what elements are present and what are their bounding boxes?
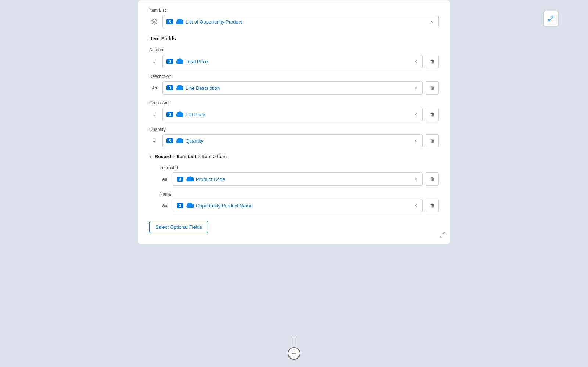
quantity-input[interactable]: 3 Quantity × xyxy=(162,134,423,147)
breadcrumb-section: ▾ Record > Item List > Item > Item xyxy=(149,153,439,159)
description-clear-button[interactable]: × xyxy=(413,85,419,90)
internal-id-row: Aa 3 Product Code × xyxy=(159,172,439,186)
gross-amt-clear-button[interactable]: × xyxy=(413,112,419,117)
amount-value: Total Price xyxy=(186,59,413,64)
amount-type-icon: # xyxy=(149,59,159,64)
name-row: Aa 3 Opportunity Product Name × xyxy=(159,199,439,212)
plus-icon: + xyxy=(292,349,297,357)
description-row: Aa 3 Line Description × xyxy=(149,81,439,95)
quantity-row: # 3 Quantity × xyxy=(149,134,439,147)
connector-line xyxy=(294,338,294,347)
item-list-input[interactable]: 3 List of Opportunity Product × xyxy=(162,15,439,28)
internal-id-clear-button[interactable]: × xyxy=(413,177,419,182)
quantity-badge: 3 xyxy=(166,138,173,143)
item-list-section: Item List 3 List of Op xyxy=(149,8,439,28)
gross-amt-cloud-icon xyxy=(175,111,183,117)
name-delete-button[interactable] xyxy=(426,199,439,212)
internal-id-delete-button[interactable] xyxy=(426,172,439,186)
quantity-value: Quantity xyxy=(186,138,413,144)
item-list-label: Item List xyxy=(149,8,439,13)
quantity-clear-button[interactable]: × xyxy=(413,138,419,143)
quantity-delete-button[interactable] xyxy=(426,134,439,147)
description-value: Line Description xyxy=(186,85,413,91)
amount-delete-button[interactable] xyxy=(426,55,439,68)
amount-clear-button[interactable]: × xyxy=(413,59,419,64)
quantity-section: Quantity # 3 Quantity × xyxy=(149,127,439,147)
amount-section: Amount # 3 Total Price × xyxy=(149,47,439,68)
name-clear-button[interactable]: × xyxy=(413,203,419,208)
gross-amt-section: Gross Amt # 3 List Price × xyxy=(149,100,439,121)
description-badge: 3 xyxy=(166,85,173,90)
amount-badge: 3 xyxy=(166,59,173,64)
item-list-value: List of Opportunity Product xyxy=(186,19,429,25)
gross-amt-input[interactable]: 3 List Price × xyxy=(162,108,423,121)
name-input[interactable]: 3 Opportunity Product Name × xyxy=(173,199,423,212)
internal-id-badge: 3 xyxy=(177,177,183,182)
layers-icon xyxy=(149,18,159,25)
amount-input[interactable]: 3 Total Price × xyxy=(162,55,423,68)
quantity-cloud-icon xyxy=(175,138,183,144)
internal-id-cloud-icon xyxy=(186,176,194,182)
select-optional-fields-button[interactable]: Select Optional Fields xyxy=(149,221,208,233)
amount-cloud-icon xyxy=(175,58,183,64)
quantity-type-icon: # xyxy=(149,138,159,143)
description-label: Description xyxy=(149,74,439,79)
name-cloud-icon xyxy=(186,203,194,209)
internal-id-label: InternalId xyxy=(159,165,439,170)
gross-amt-value: List Price xyxy=(186,112,413,117)
name-badge: 3 xyxy=(177,203,183,208)
internal-id-input[interactable]: 3 Product Code × xyxy=(173,172,423,186)
breadcrumb-text: Record > Item List > Item > Item xyxy=(155,154,227,159)
item-fields-header: Item Fields xyxy=(149,36,439,42)
description-section: Description Aa 3 Line Description × xyxy=(149,74,439,95)
item-sub-fields-section: InternalId Aa 3 Product Code × xyxy=(149,165,439,212)
internal-id-value: Product Code xyxy=(196,177,413,182)
gross-amt-label: Gross Amt xyxy=(149,100,439,106)
expand-icon[interactable] xyxy=(440,232,445,240)
salesforce-cloud-icon xyxy=(175,19,183,25)
gross-amt-badge: 3 xyxy=(166,112,173,117)
gross-amt-type-icon: # xyxy=(149,112,159,117)
item-list-row: 3 List of Opportunity Product × xyxy=(149,15,439,28)
name-section: Name Aa 3 Opportunity Product Name × xyxy=(159,192,439,212)
main-card: Item List 3 List of Op xyxy=(138,0,450,245)
description-type-icon: Aa xyxy=(149,86,159,90)
item-list-badge: 3 xyxy=(166,19,173,24)
name-value: Opportunity Product Name xyxy=(196,203,413,209)
amount-label: Amount xyxy=(149,47,439,53)
gross-amt-row: # 3 List Price × xyxy=(149,108,439,121)
breadcrumb-chevron-icon[interactable]: ▾ xyxy=(149,153,152,159)
collapse-button[interactable] xyxy=(543,11,559,26)
internal-id-type-icon: Aa xyxy=(159,177,170,181)
name-label: Name xyxy=(159,192,439,197)
amount-row: # 3 Total Price × xyxy=(149,55,439,68)
page-wrapper: Item List 3 List of Op xyxy=(0,0,588,367)
quantity-label: Quantity xyxy=(149,127,439,132)
item-fields-section: Item Fields Amount # 3 Total Price × xyxy=(149,36,439,147)
add-button[interactable]: + xyxy=(288,347,300,360)
description-delete-button[interactable] xyxy=(426,81,439,95)
gross-amt-delete-button[interactable] xyxy=(426,108,439,121)
description-cloud-icon xyxy=(175,85,183,91)
item-list-clear-button[interactable]: × xyxy=(429,19,435,24)
internal-id-section: InternalId Aa 3 Product Code × xyxy=(159,165,439,186)
name-type-icon: Aa xyxy=(159,203,170,208)
description-input[interactable]: 3 Line Description × xyxy=(162,81,423,95)
